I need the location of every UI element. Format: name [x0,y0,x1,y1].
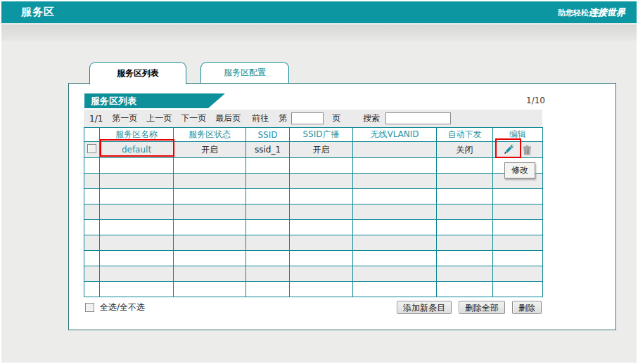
row-auto-deploy-cell: 关闭 [437,142,493,158]
table-header-row: 服务区名称 服务区状态 SSID SSID广播 无线VLANID 自动下发 编辑 [84,128,543,142]
table-row-empty [84,220,543,235]
empty-cell [290,158,353,174]
empty-cell [100,189,174,204]
empty-cell [84,174,100,189]
empty-cell [493,282,543,297]
empty-cell [84,235,100,251]
row-checkbox[interactable] [87,144,96,153]
empty-cell [246,204,290,220]
empty-cell [100,220,174,235]
service-area-table: 服务区名称 服务区状态 SSID SSID广播 无线VLANID 自动下发 编辑… [84,127,543,297]
empty-cell [174,235,246,251]
empty-cell [246,220,290,235]
empty-cell [100,158,174,174]
empty-cell [290,266,353,282]
header-status-col: 服务区状态 [174,128,246,142]
empty-cell [84,251,100,266]
empty-cell [290,235,353,251]
service-area-name-link[interactable]: default [122,145,151,155]
tab-label: 服务区列表 [117,67,159,79]
panel-title-bar: 服务区列表 [84,93,225,108]
delete-button[interactable]: 删除 [512,301,542,314]
empty-cell [246,235,290,251]
empty-cell [493,251,543,266]
empty-cell [353,158,437,174]
table-row-empty [84,158,543,174]
brand-slogan-left: 助您轻松 [558,8,589,18]
empty-cell [100,251,174,266]
empty-cell [84,204,100,220]
empty-cell [174,204,246,220]
search-input[interactable] [385,112,451,124]
table-body: default 开启 ssid_1 开启 关闭 [84,142,543,297]
empty-cell [290,220,353,235]
empty-cell [174,220,246,235]
row-name-cell: default [100,142,174,158]
row-ssid-cell: ssid_1 [246,142,290,158]
empty-cell [100,266,174,282]
header-name-col: 服务区名称 [100,128,174,142]
tab-service-area-list[interactable]: 服务区列表 [89,62,186,84]
empty-cell [493,220,543,235]
empty-cell [437,158,493,174]
select-all-label: 全选/全不选 [100,301,145,313]
empty-cell [84,266,100,282]
brand-slogan: 助您轻松连接世界 [558,6,625,19]
header-auto-deploy-col: 自动下发 [437,128,493,142]
row-status-cell: 开启 [174,142,246,158]
top-header-bar: 服务区 助您轻松连接世界 [1,1,637,23]
first-page-link[interactable]: 第一页 [112,112,137,124]
select-all-row: 全选/全不选 [85,301,145,313]
goto-page-input[interactable] [291,112,324,124]
empty-cell [437,204,493,220]
trash-icon[interactable] [521,144,533,155]
empty-cell [437,266,493,282]
empty-cell [174,158,246,174]
empty-cell [493,189,543,204]
tab-label: 服务区配置 [224,67,266,79]
empty-cell [84,158,100,174]
last-page-link[interactable]: 最后页 [215,112,241,124]
empty-cell [100,282,174,297]
row-vlan-cell [353,142,437,158]
empty-cell [84,189,100,204]
empty-cell [174,251,246,266]
empty-cell [353,282,437,297]
header-gray-band [1,25,637,41]
empty-cell [353,235,437,251]
header-ssid-col: SSID [246,128,290,142]
page-suffix-label: 页 [332,112,340,124]
pencil-icon[interactable] [502,144,514,155]
empty-cell [290,282,353,297]
action-buttons: 添加新条目 删除全部 删除 [397,301,542,314]
tab-service-area-config[interactable]: 服务区配置 [200,62,289,83]
empty-cell [100,174,174,189]
empty-cell [290,174,353,189]
empty-cell [493,266,543,282]
delete-all-button[interactable]: 删除全部 [459,301,505,314]
empty-cell [84,282,100,297]
page-title: 服务区 [21,6,55,19]
empty-cell [353,220,437,235]
empty-cell [353,251,437,266]
empty-cell [246,282,290,297]
add-entry-button[interactable]: 添加新条目 [397,301,452,314]
brand-slogan-right: 连接世界 [589,7,625,18]
row-edit-cell [493,142,543,158]
next-page-link[interactable]: 下一页 [181,112,206,124]
edit-tooltip: 修改 [504,162,535,178]
empty-cell [353,174,437,189]
prev-page-link[interactable]: 上一页 [146,112,172,124]
empty-cell [174,266,246,282]
table-row-empty [84,204,543,220]
empty-cell [437,220,493,235]
empty-cell [437,189,493,204]
empty-cell [437,251,493,266]
table-row-empty [84,189,543,204]
header-checkbox-col [84,128,100,142]
empty-cell [353,266,437,282]
select-all-checkbox[interactable] [85,303,94,312]
empty-cell [100,204,174,220]
empty-cell [246,174,290,189]
pagination-bar: 1/1 第一页 上一页 下一页 最后页 前往 第 页 搜索 [84,110,542,127]
